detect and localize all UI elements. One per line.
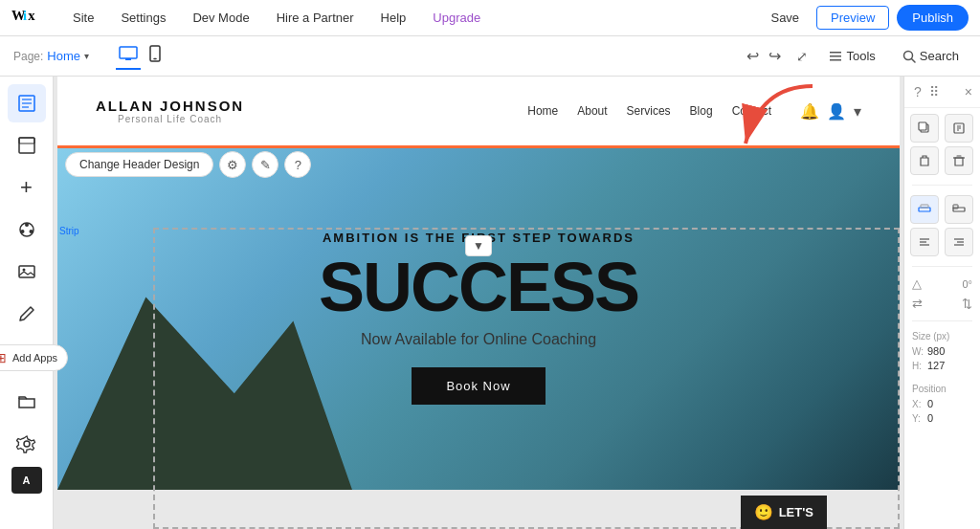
bell-icon[interactable]: 🔔 — [800, 102, 819, 121]
left-sidebar: + ⊞ Add Apps A — [0, 77, 54, 529]
svg-rect-22 — [19, 266, 34, 277]
canvas: ALLAN JOHNSON Personal Life Coach Home A… — [54, 77, 903, 529]
y-row: Y: 0 — [912, 412, 972, 424]
style-edit-button[interactable]: ✎ — [252, 151, 278, 178]
page-selector[interactable]: Page: Home ▾ — [13, 49, 89, 63]
menu-upgrade[interactable]: Upgrade — [429, 9, 484, 27]
site-nav: Home About Services Blog Contact 🔔 👤 ▾ — [527, 102, 861, 121]
secondary-bar: Page: Home ▾ ↩ ↪ ⤢ Tools Search — [0, 36, 980, 77]
site-logo-sub: Personal Life Coach — [96, 114, 244, 124]
size-label: Size (px) — [912, 331, 972, 342]
search-button[interactable]: Search — [895, 45, 967, 67]
tools-icon — [829, 50, 842, 63]
site-logo: ALLAN JOHNSON Personal Life Coach — [96, 98, 244, 124]
add-apps-button[interactable]: ⊞ Add Apps — [0, 344, 68, 371]
svg-point-23 — [22, 269, 25, 272]
svg-rect-8 — [830, 55, 841, 57]
panel-paste-style-btn[interactable] — [910, 146, 939, 175]
panel-header-icons: ? ⠿ — [912, 82, 941, 101]
main-area: + ⊞ Add Apps A ALLAN J — [0, 77, 980, 529]
svg-rect-34 — [921, 205, 928, 208]
hero-cta-button[interactable]: Book Now — [412, 367, 545, 405]
menu-actions: Save Preview Publish — [761, 5, 969, 31]
panel-layer2-btn[interactable] — [945, 195, 973, 224]
panel-divider-1 — [912, 185, 972, 186]
panel-delete-btn[interactable] — [945, 146, 973, 175]
preview-button[interactable]: Preview — [816, 6, 889, 30]
change-header-button[interactable]: Change Header Design — [65, 152, 213, 177]
svg-line-11 — [911, 58, 915, 62]
svg-rect-17 — [19, 138, 34, 143]
y-key-label: Y: — [912, 413, 924, 424]
nav-home[interactable]: Home — [527, 104, 558, 118]
sidebar-pages-icon[interactable] — [8, 84, 46, 122]
svg-text:x: x — [28, 8, 35, 23]
flip-v-icon[interactable]: ⇅ — [962, 297, 972, 311]
svg-rect-3 — [120, 47, 137, 58]
user-icon[interactable]: 👤 — [827, 102, 846, 121]
sidebar-folder-icon[interactable] — [8, 383, 46, 421]
nav-blog[interactable]: Blog — [690, 104, 713, 118]
site-header[interactable]: ALLAN JOHNSON Personal Life Coach Home A… — [57, 77, 900, 145]
zoom-fit-button[interactable]: ⤢ — [794, 47, 810, 66]
nav-contact[interactable]: Contact — [732, 104, 771, 118]
right-panel: ? ⠿ × — [903, 77, 980, 529]
panel-align-right-btn[interactable] — [945, 228, 973, 256]
nav-chevron-icon: ▾ — [854, 102, 861, 121]
save-button[interactable]: Save — [761, 7, 809, 29]
svg-text:i: i — [23, 8, 27, 23]
tools-button[interactable]: Tools — [821, 45, 882, 67]
sidebar-settings-icon[interactable] — [8, 425, 46, 463]
position-section: Position X: 0 Y: 0 — [904, 380, 980, 430]
panel-duplicate-btn[interactable] — [910, 114, 939, 143]
close-panel-button[interactable]: × — [965, 84, 972, 99]
menu-hire-partner[interactable]: Hire a Partner — [273, 9, 358, 27]
hero-section[interactable]: AMBITION IS THE FIRST STEP TOWARDS SUCCE… — [57, 145, 900, 490]
desktop-device-icon[interactable] — [116, 43, 141, 70]
undo-redo-group: ↩ ↪ — [745, 45, 783, 67]
publish-button[interactable]: Publish — [897, 5, 969, 31]
settings-edit-button[interactable]: ⚙ — [219, 151, 246, 178]
width-row: W: 980 — [912, 345, 972, 357]
page-label: Page: — [13, 50, 43, 63]
svg-rect-33 — [919, 208, 930, 211]
menu-site[interactable]: Site — [69, 9, 98, 27]
redo-button[interactable]: ↪ — [767, 45, 783, 67]
svg-point-21 — [20, 230, 24, 233]
help-panel-icon[interactable]: ? — [912, 82, 924, 101]
chat-widget[interactable]: 🙂 LET'S — [741, 496, 827, 529]
nav-services[interactable]: Services — [627, 104, 671, 118]
rotate-value: 0° — [962, 278, 972, 290]
device-icons — [116, 42, 164, 71]
help-edit-button[interactable]: ? — [284, 151, 311, 178]
panel-align-left-btn[interactable] — [910, 228, 939, 256]
sidebar-media-icon[interactable] — [8, 253, 46, 291]
undo-button[interactable]: ↩ — [745, 45, 761, 67]
width-key-label: W: — [912, 346, 924, 357]
svg-rect-4 — [125, 58, 131, 60]
right-panel-header: ? ⠿ × — [904, 77, 980, 108]
menu-help[interactable]: Help — [377, 9, 411, 27]
mobile-device-icon[interactable] — [146, 42, 164, 71]
secondary-right-controls: ↩ ↪ ⤢ Tools Search — [745, 45, 967, 67]
sidebar-theme-icon[interactable] — [8, 210, 46, 249]
menu-devmode[interactable]: Dev Mode — [189, 9, 253, 27]
download-arrow-button[interactable]: ▼ — [465, 235, 492, 256]
hero-title: SUCCESS — [57, 253, 900, 321]
nav-icons: 🔔 👤 ▾ — [800, 102, 861, 121]
panel-layer-active-btn[interactable] — [910, 195, 939, 224]
sidebar-wix-icon[interactable]: A — [11, 467, 42, 494]
strip-label: Strip — [59, 226, 79, 236]
flip-h-icon[interactable]: ⇄ — [912, 297, 923, 311]
panel-copy-style-btn[interactable] — [945, 114, 973, 143]
menu-settings[interactable]: Settings — [117, 9, 169, 27]
panel-layer-grid — [904, 189, 980, 262]
sidebar-pen-icon[interactable] — [8, 295, 46, 333]
drag-panel-icon[interactable]: ⠿ — [927, 82, 941, 101]
rotate-icon[interactable]: △ — [912, 276, 922, 291]
add-apps-grid-icon: ⊞ — [0, 350, 7, 365]
sidebar-add-icon[interactable]: + — [8, 168, 46, 207]
hero-subtitle: Now Available for Online Coaching — [57, 331, 900, 348]
sidebar-sections-icon[interactable] — [8, 126, 46, 165]
nav-about[interactable]: About — [577, 104, 607, 118]
